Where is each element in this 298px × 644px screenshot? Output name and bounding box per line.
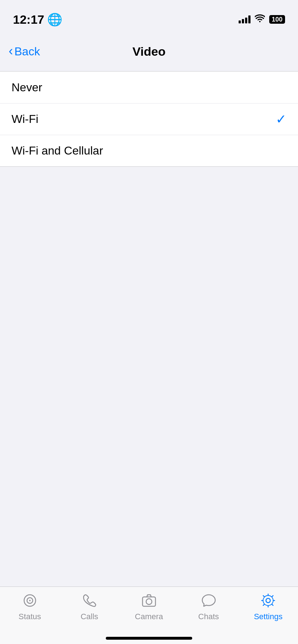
signal-icon bbox=[239, 15, 250, 23]
battery-icon: 100 bbox=[269, 15, 285, 24]
calls-tab-icon bbox=[80, 591, 99, 610]
option-wifi-cellular-label: Wi-Fi and Cellular bbox=[12, 144, 103, 157]
status-time: 12:17 🌐 bbox=[13, 12, 62, 27]
option-never-label: Never bbox=[12, 81, 42, 94]
option-wifi[interactable]: Wi-Fi ✓ bbox=[0, 103, 298, 135]
tab-calls[interactable]: Calls bbox=[68, 591, 111, 621]
wifi-icon bbox=[255, 14, 265, 24]
home-indicator bbox=[106, 637, 192, 640]
svg-point-4 bbox=[146, 599, 152, 604]
calls-tab-label: Calls bbox=[81, 612, 98, 621]
chats-tab-icon bbox=[199, 591, 218, 610]
tab-camera[interactable]: Camera bbox=[127, 591, 171, 621]
tab-chats[interactable]: Chats bbox=[187, 591, 230, 621]
status-icons: 100 bbox=[239, 14, 285, 24]
back-label: Back bbox=[14, 45, 40, 58]
option-wifi-cellular[interactable]: Wi-Fi and Cellular bbox=[0, 135, 298, 166]
svg-point-2 bbox=[29, 600, 31, 601]
option-wifi-label: Wi-Fi bbox=[12, 112, 39, 126]
nav-header: ‹ Back Video bbox=[0, 32, 298, 71]
status-bar: 12:17 🌐 100 bbox=[0, 0, 298, 32]
tab-status[interactable]: Status bbox=[8, 591, 51, 621]
tab-settings[interactable]: Settings bbox=[247, 591, 290, 621]
page-title: Video bbox=[132, 45, 166, 59]
status-tab-label: Status bbox=[19, 612, 41, 621]
options-list: Never Wi-Fi ✓ Wi-Fi and Cellular bbox=[0, 72, 298, 166]
checkmark-icon: ✓ bbox=[276, 112, 286, 127]
tab-bar: Status Calls Camera Chats bbox=[0, 586, 298, 644]
settings-tab-icon bbox=[259, 591, 277, 610]
back-chevron-icon: ‹ bbox=[9, 45, 13, 58]
camera-tab-icon bbox=[140, 591, 158, 610]
chats-tab-label: Chats bbox=[198, 612, 219, 621]
camera-tab-label: Camera bbox=[135, 612, 163, 621]
back-button[interactable]: ‹ Back bbox=[9, 45, 40, 58]
settings-tab-label: Settings bbox=[254, 612, 283, 621]
content-area bbox=[0, 167, 298, 586]
globe-icon: 🌐 bbox=[47, 12, 62, 27]
time-display: 12:17 bbox=[13, 13, 44, 27]
status-tab-icon bbox=[21, 591, 39, 610]
svg-point-5 bbox=[266, 598, 270, 603]
option-never[interactable]: Never bbox=[0, 72, 298, 103]
svg-point-6 bbox=[263, 595, 273, 606]
